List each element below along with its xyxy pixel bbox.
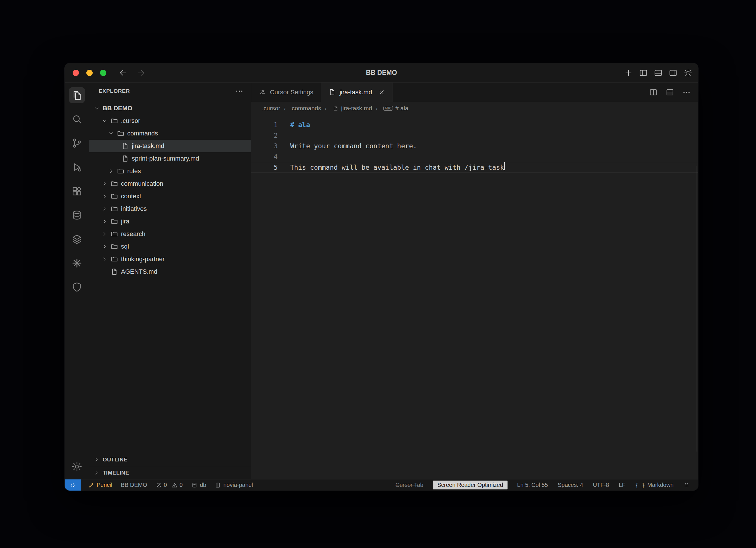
status-encoding[interactable]: UTF-8 [593, 482, 609, 488]
title-bar-actions [624, 68, 698, 77]
panel-right-icon[interactable] [669, 68, 678, 77]
tree-item-file[interactable]: sprint-plan-summary.md [89, 152, 251, 165]
line-text [278, 152, 290, 162]
activity-cursor-ai-button[interactable] [69, 255, 85, 271]
tree-item-label: initiatives [121, 205, 147, 213]
close-tab-icon[interactable] [378, 89, 385, 96]
breadcrumb-item[interactable]: jira-task.md [321, 105, 372, 112]
pencil-icon [88, 482, 94, 488]
status-eol[interactable]: LF [619, 482, 625, 488]
status-problems[interactable]: 0 0 [156, 482, 183, 488]
panel-left-icon[interactable] [639, 68, 648, 77]
plus-icon[interactable] [624, 68, 633, 77]
remote-indicator[interactable] [65, 479, 81, 491]
status-indentation[interactable]: Spaces: 4 [558, 482, 583, 488]
activity-explorer-button[interactable] [69, 87, 85, 103]
status-db[interactable]: db [191, 482, 206, 488]
tree-item-folder[interactable]: sql [89, 240, 251, 253]
status-project[interactable]: BB DEMO [121, 482, 147, 488]
panel-bottom-icon[interactable] [654, 68, 663, 77]
file-icon [122, 142, 129, 150]
status-errors: 0 [156, 482, 167, 488]
editor-layout-icon[interactable] [666, 88, 674, 97]
folder-icon [111, 230, 118, 238]
status-cursor-position[interactable]: Ln 5, Col 55 [517, 482, 548, 488]
bell-icon[interactable] [683, 482, 690, 488]
tree-item-folder[interactable]: commands [89, 127, 251, 140]
back-arrow-icon[interactable] [118, 68, 128, 78]
activity-source-control-button[interactable] [69, 135, 85, 151]
more-actions-icon[interactable] [235, 87, 244, 95]
editor-group: Cursor Settings jira-task.md .cursor [251, 83, 698, 479]
status-language-mode[interactable]: { } Markdown [635, 482, 674, 488]
notebook-icon [215, 482, 221, 488]
zoom-window-button[interactable] [100, 70, 106, 76]
tree-item-folder[interactable]: jira [89, 215, 251, 228]
status-pencil[interactable]: Pencil [88, 482, 112, 488]
extensions-icon [71, 186, 83, 197]
code-editor[interactable]: 1 # ala 2 3 Write your command content h… [251, 115, 698, 479]
activity-shield-button[interactable] [69, 279, 85, 295]
line-text: Write your command content here. [278, 141, 417, 152]
chevron-right-icon [108, 168, 114, 174]
tree-item-folder[interactable]: rules [89, 165, 251, 178]
tree-item-folder[interactable]: thinking-partner [89, 253, 251, 266]
folder-icon [111, 180, 118, 188]
activity-extensions-button[interactable] [69, 183, 85, 199]
editor-scrollbar[interactable] [697, 166, 697, 452]
status-bar: Pencil BB DEMO 0 0 db [65, 479, 698, 491]
search-icon [71, 113, 83, 125]
breadcrumb-item[interactable]: ABC # ala [372, 105, 408, 112]
chevron-right-icon [102, 256, 108, 262]
tree-item-label: .cursor [121, 117, 140, 125]
editor-actions [649, 83, 698, 102]
breadcrumb-item[interactable]: .cursor [262, 105, 280, 112]
layers-icon [71, 234, 83, 245]
tree-item-folder[interactable]: initiatives [89, 203, 251, 215]
tree-item-folder[interactable]: communication [89, 178, 251, 190]
tab-jira-task[interactable]: jira-task.md [321, 83, 393, 102]
activity-settings-button[interactable] [69, 459, 85, 475]
folder-icon [111, 218, 118, 225]
split-editor-icon[interactable] [649, 88, 658, 97]
tree-item-folder[interactable]: context [89, 190, 251, 203]
tree-item-file[interactable]: AGENTS.md [89, 266, 251, 278]
symbol-text-icon: ABC [383, 106, 393, 111]
tree-item-folder[interactable]: .cursor [89, 115, 251, 127]
status-cursor-tab[interactable]: Cursor Tab [395, 482, 423, 488]
timeline-section[interactable]: TIMELINE [89, 466, 251, 479]
tree-item-label: sql [121, 243, 129, 250]
tree-item-label: AGENTS.md [121, 268, 157, 275]
minimize-window-button[interactable] [86, 70, 93, 76]
folder-icon [111, 117, 118, 125]
tab-cursor-settings[interactable]: Cursor Settings [251, 83, 321, 102]
activity-search-button[interactable] [69, 111, 85, 127]
tree-item-folder[interactable]: research [89, 228, 251, 240]
remote-icon [69, 482, 76, 488]
code-line: 3 Write your command content here. [251, 141, 698, 152]
chevron-right-icon [102, 181, 108, 187]
editor-window: BB DEMO [65, 63, 698, 491]
chevron-down-icon [108, 130, 114, 137]
activity-database-button[interactable] [69, 207, 85, 223]
status-screen-reader[interactable]: Screen Reader Optimized [433, 481, 507, 489]
status-novia-panel[interactable]: novia-panel [215, 482, 253, 488]
chevron-down-icon [93, 105, 100, 111]
database-icon [191, 482, 198, 488]
more-actions-icon[interactable] [682, 88, 691, 97]
activity-run-debug-button[interactable] [69, 159, 85, 175]
tree-item-root[interactable]: BB DEMO [89, 102, 251, 115]
chevron-down-icon [102, 118, 108, 124]
shield-icon [71, 281, 83, 293]
gear-icon[interactable] [683, 68, 693, 77]
braces-icon: { } [635, 482, 645, 488]
outline-section[interactable]: OUTLINE [89, 453, 251, 466]
breadcrumb: .cursor commands jira-task.md ABC # ala [251, 102, 698, 115]
forward-arrow-icon[interactable] [136, 68, 146, 78]
tree-item-file-selected[interactable]: jira-task.md [89, 140, 251, 152]
run-debug-icon [71, 162, 83, 173]
breadcrumb-item[interactable]: commands [280, 105, 321, 112]
close-window-button[interactable] [73, 70, 79, 76]
chevron-right-icon [93, 470, 100, 476]
activity-layers-button[interactable] [69, 231, 85, 247]
